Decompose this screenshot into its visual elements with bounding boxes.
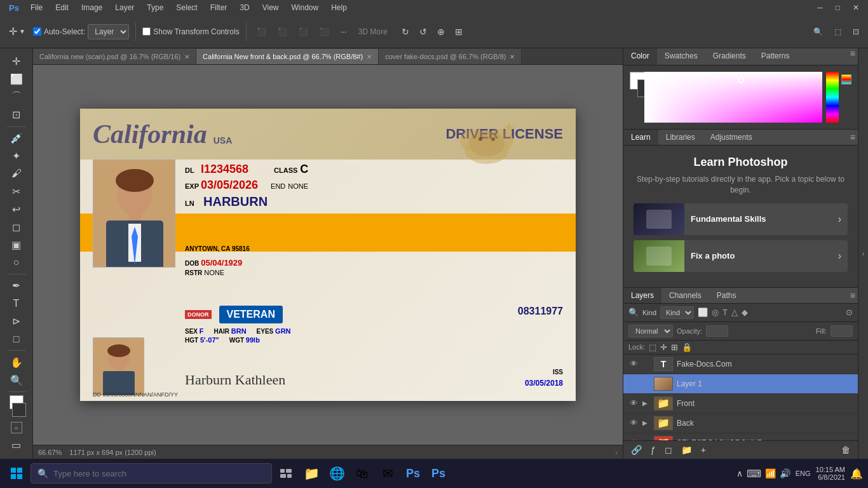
lock-artboard-btn[interactable]: ⊞ [671, 342, 678, 352]
color-gradient[interactable] [644, 72, 822, 123]
store-btn[interactable]: 🛍 [351, 462, 374, 485]
layer-visibility-1[interactable]: 👁 [628, 359, 639, 369]
search-bar[interactable]: 🔍 [31, 463, 272, 484]
tab-california-scan[interactable]: California new (scan).psd @ 16.7% (RGB/1… [33, 49, 196, 64]
add-style-btn[interactable]: ƒ [648, 444, 658, 456]
link-layers-btn[interactable]: 🔗 [628, 444, 644, 456]
type-tool[interactable]: T [5, 295, 28, 312]
menu-filter[interactable]: Filter [205, 2, 233, 13]
auto-select-dropdown[interactable]: Layer [88, 24, 129, 39]
eyedropper-tool[interactable]: 💉 [5, 130, 28, 147]
lock-pixel-btn[interactable]: ⬚ [649, 342, 656, 352]
start-button[interactable] [5, 462, 28, 485]
tab-paths[interactable]: Paths [709, 288, 744, 303]
tab-channels[interactable]: Channels [661, 288, 709, 303]
new-group-btn[interactable]: 📁 [679, 444, 695, 456]
layer-item-layer1[interactable]: 👁 Layer 1 [623, 374, 858, 394]
right-collapse-panel[interactable]: › [858, 48, 868, 459]
menu-help[interactable]: Help [326, 2, 352, 13]
auto-select-checkbox[interactable] [33, 27, 41, 36]
shape-tool[interactable]: □ [5, 331, 28, 348]
move-tool-btn[interactable]: ✛ ▼ [5, 23, 29, 40]
layer-visibility-2[interactable]: 👁 [628, 379, 639, 389]
dodge-tool[interactable]: ○ [5, 254, 28, 271]
align-center-btn[interactable]: ⬛ [274, 25, 291, 39]
tab-gradients[interactable]: Gradients [705, 48, 754, 65]
delete-layer-btn[interactable]: 🗑 [839, 444, 853, 456]
menu-window[interactable]: Window [287, 2, 324, 13]
menu-image[interactable]: Image [76, 2, 107, 13]
tab-color[interactable]: Color [623, 48, 657, 65]
tutorial-card-fundamental[interactable]: Fundamental Skills › [634, 203, 848, 235]
tab-close-1[interactable]: ✕ [184, 53, 189, 60]
lasso-tool[interactable]: ⌒ [5, 89, 28, 105]
layer-expand-3[interactable]: ▶ [642, 400, 650, 407]
filter-pixel-icon[interactable]: ⬜ [698, 308, 708, 317]
filter-adjust-icon[interactable]: ◎ [712, 308, 719, 317]
tab-patterns[interactable]: Patterns [754, 48, 797, 65]
filter-smart-icon[interactable]: ◆ [742, 308, 748, 317]
clock[interactable]: 10:15 AM 6/8/2021 [816, 466, 845, 481]
background-color[interactable] [12, 403, 26, 417]
pen-tool[interactable]: ✒ [5, 278, 28, 294]
menu-file[interactable]: File [25, 2, 48, 13]
brush-tool[interactable]: 🖌 [5, 165, 28, 182]
tab-close-2[interactable]: ✕ [367, 53, 372, 60]
layer-visibility-4[interactable]: 👁 [628, 418, 639, 428]
tab-adjustments[interactable]: Adjustments [703, 130, 760, 145]
tab-california-front-back[interactable]: California New front & back.psd @ 66.7% … [196, 49, 379, 64]
menu-edit[interactable]: Edit [50, 2, 74, 13]
selection-tool[interactable]: ⬜ [5, 71, 28, 88]
more-options-btn[interactable]: ··· [337, 25, 351, 39]
network-icon[interactable]: 📶 [765, 468, 776, 478]
tab-cover-fake[interactable]: cover fake-docs.psd @ 66.7% (RGB/8) ✕ [379, 49, 522, 64]
keyboard-icon[interactable]: ⌨ [747, 468, 761, 480]
maximize-button[interactable]: □ [832, 2, 844, 13]
color-spectrum-bar[interactable] [826, 72, 839, 123]
up-arrow-icon[interactable]: ∧ [736, 468, 743, 478]
speaker-icon[interactable]: 🔊 [780, 468, 790, 478]
layer-kind-select[interactable]: Kind [660, 306, 694, 319]
minimize-button[interactable]: ─ [813, 2, 827, 13]
menu-view[interactable]: View [257, 2, 284, 13]
close-button[interactable]: ✕ [849, 2, 863, 13]
lock-position-btn[interactable]: ✛ [660, 342, 667, 352]
path-select-tool[interactable]: ⊳ [5, 313, 28, 330]
color-panel-menu[interactable]: ≡ [848, 48, 858, 65]
blend-mode-select[interactable]: Normal [628, 325, 673, 337]
spot-heal-tool[interactable]: ✦ [5, 147, 28, 164]
notification-btn[interactable]: 🔔 [850, 468, 863, 480]
menu-3d[interactable]: 3D [234, 2, 254, 13]
ps-logo[interactable]: Ps [5, 2, 23, 14]
file-explorer-btn[interactable]: 📁 [300, 462, 323, 485]
layer-visibility-3[interactable]: 👁 [628, 398, 639, 409]
eraser-tool[interactable]: ◻ [5, 219, 28, 235]
search-btn[interactable]: 🔍 [810, 25, 827, 39]
learn-panel-menu[interactable]: ≡ [848, 132, 858, 142]
crop-tool[interactable]: ⊡ [5, 107, 28, 123]
scroll-right-btn[interactable]: › [615, 449, 618, 456]
menu-layer[interactable]: Layer [110, 2, 139, 13]
layer-item-front[interactable]: 👁 ▶ 📁 Front [623, 394, 858, 414]
layer-item-fake-docs[interactable]: 👁 T Fake-Docs.Com [623, 355, 858, 374]
history-tool[interactable]: ↩ [5, 201, 28, 217]
zoom-tool[interactable]: 🔍 [5, 372, 28, 388]
edge-btn[interactable]: 🌐 [325, 462, 348, 485]
quick-mask-btn[interactable]: ○ [11, 422, 22, 433]
3d-tool-3[interactable]: ⊕ [433, 24, 449, 39]
transform-checkbox[interactable] [142, 27, 151, 36]
lock-all-btn[interactable]: 🔒 [682, 342, 692, 352]
hand-tool[interactable]: ✋ [5, 354, 28, 370]
extras-btn[interactable]: ⊡ [849, 25, 863, 39]
filter-shape-icon[interactable]: △ [731, 308, 738, 317]
tab-learn[interactable]: Learn [623, 130, 658, 145]
stamp-tool[interactable]: ✂ [5, 183, 28, 200]
3d-tool-2[interactable]: ↺ [416, 24, 431, 39]
align-right-btn[interactable]: ⬛ [295, 25, 312, 39]
frame-btn[interactable]: ⬚ [831, 25, 845, 39]
gradient-tool[interactable]: ▣ [5, 236, 28, 253]
tab-swatches[interactable]: Swatches [657, 48, 705, 65]
3d-tool-4[interactable]: ⊞ [451, 24, 466, 39]
3d-tool-1[interactable]: ↻ [398, 24, 413, 39]
move-tool[interactable]: ✛ [5, 53, 28, 70]
